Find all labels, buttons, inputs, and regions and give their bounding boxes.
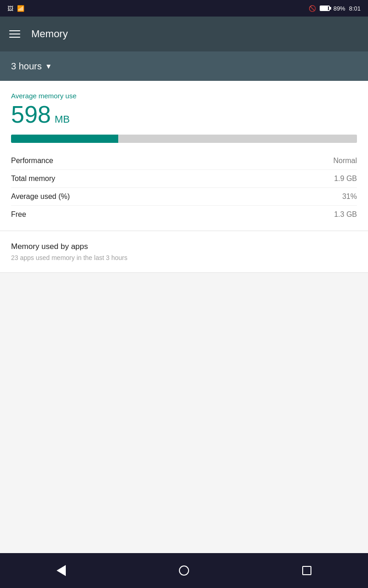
page-title: Memory — [31, 28, 68, 40]
app-bar: Memory — [0, 17, 368, 51]
free-label: Free — [11, 210, 26, 219]
hamburger-button[interactable] — [9, 30, 20, 38]
recents-icon — [302, 566, 311, 575]
apps-section-divider — [0, 272, 368, 273]
total-memory-label: Total memory — [11, 175, 55, 183]
performance-label: Performance — [11, 157, 53, 165]
avg-used-label: Average used (%) — [11, 192, 70, 201]
photo-icon: 🖼 — [7, 5, 13, 12]
battery-percent: 89% — [334, 5, 345, 12]
time-label: 3 hours — [11, 61, 42, 72]
performance-value: Normal — [333, 157, 357, 165]
memory-value-row: 598 MB — [11, 102, 357, 126]
dropdown-arrow-icon: ▾ — [46, 61, 51, 71]
back-button[interactable] — [47, 557, 75, 584]
home-icon — [179, 565, 189, 576]
time-selector-button[interactable]: 3 hours ▾ — [11, 61, 51, 72]
bottom-nav — [0, 553, 368, 588]
no-sim-icon: 🚫 — [309, 5, 316, 12]
free-value: 1.3 GB — [334, 210, 357, 219]
stats-row-total: Total memory 1.9 GB — [11, 170, 357, 188]
progress-bar-fill — [11, 135, 118, 143]
status-bar: 🖼 📶 🚫 89% 8:01 — [0, 0, 368, 17]
back-icon — [57, 565, 66, 576]
memory-number: 598 — [11, 102, 51, 126]
filter-bar: 3 hours ▾ — [0, 51, 368, 81]
total-memory-value: 1.9 GB — [334, 175, 357, 183]
stats-table: Performance Normal Total memory 1.9 GB A… — [11, 152, 357, 223]
apps-section-title: Memory used by apps — [11, 242, 357, 251]
main-content: Average memory use 598 MB Performance No… — [0, 81, 368, 553]
apps-section[interactable]: Memory used by apps 23 apps used memory … — [0, 231, 368, 272]
wifi-icon: 📶 — [17, 5, 24, 12]
stats-row-free: Free 1.3 GB — [11, 206, 357, 223]
battery-icon — [320, 6, 330, 11]
memory-unit: MB — [55, 113, 70, 125]
clock: 8:01 — [349, 5, 361, 12]
memory-stats-card: Average memory use 598 MB Performance No… — [0, 81, 368, 231]
recents-button[interactable] — [293, 557, 321, 584]
avg-memory-label: Average memory use — [11, 92, 357, 100]
stats-row-avg-used: Average used (%) 31% — [11, 188, 357, 206]
avg-used-value: 31% — [342, 192, 357, 201]
home-button[interactable] — [170, 557, 198, 584]
stats-row-performance: Performance Normal — [11, 152, 357, 170]
apps-section-subtitle: 23 apps used memory in the last 3 hours — [11, 254, 357, 261]
memory-progress-bar — [11, 135, 357, 143]
